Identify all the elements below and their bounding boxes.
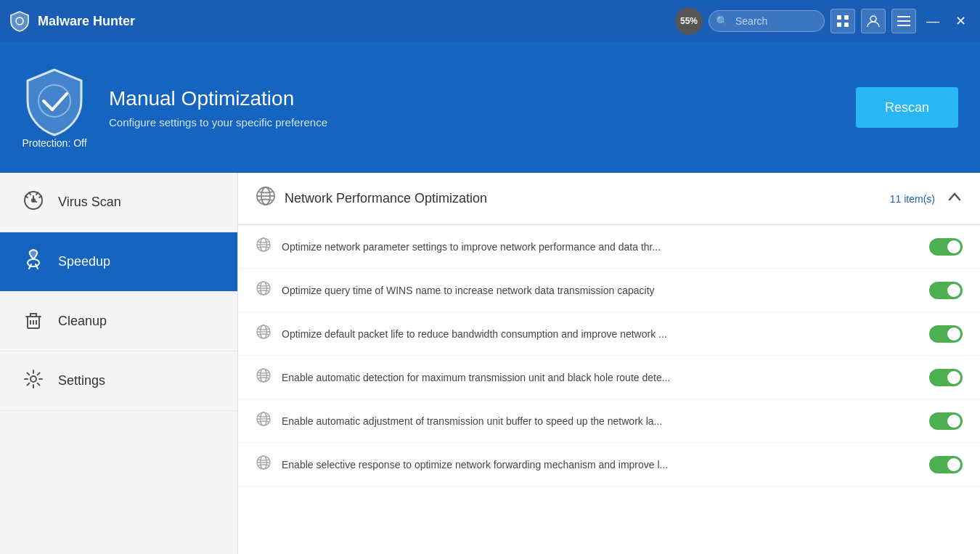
close-button[interactable]: ✕ bbox=[950, 10, 971, 32]
list-item: Enable automatic adjustment of transmiss… bbox=[238, 399, 980, 443]
speedup-label: Speedup bbox=[58, 254, 110, 269]
toggle-2[interactable] bbox=[929, 325, 963, 343]
list-item: Optimize default packet life to reduce b… bbox=[238, 312, 980, 356]
svg-point-14 bbox=[28, 259, 39, 266]
list-item-icon-2 bbox=[256, 324, 271, 343]
sidebar-item-virus-scan[interactable]: Virus Scan bbox=[0, 173, 237, 232]
sidebar-item-settings[interactable]: Settings bbox=[0, 351, 237, 411]
list-item-text-5: Enable selective response to optimize ne… bbox=[282, 459, 919, 471]
list-item-icon-4 bbox=[256, 411, 271, 431]
svg-rect-6 bbox=[897, 16, 910, 17]
toggle-track-3 bbox=[929, 369, 963, 386]
shield-container: Protection: Off bbox=[22, 66, 87, 149]
list-item-text-4: Enable automatic adjustment of transmiss… bbox=[282, 415, 919, 427]
sidebar: Virus Scan Speedup bbox=[0, 173, 238, 554]
settings-label: Settings bbox=[58, 373, 105, 388]
menu-icon-button[interactable] bbox=[891, 9, 916, 33]
protection-label: Protection: Off bbox=[22, 137, 86, 149]
toggle-thumb-2 bbox=[947, 327, 960, 341]
title-bar-controls: 55% 🔍 — ✕ bbox=[675, 7, 971, 35]
grid-icon-button[interactable] bbox=[830, 9, 855, 33]
percent-badge: 55% bbox=[675, 7, 703, 35]
toggle-track-5 bbox=[929, 456, 963, 473]
toggle-thumb-3 bbox=[947, 371, 960, 384]
sidebar-item-cleanup[interactable]: Cleanup bbox=[0, 292, 237, 351]
collapse-button[interactable] bbox=[947, 189, 963, 209]
virus-scan-icon bbox=[22, 189, 45, 216]
speedup-icon bbox=[22, 248, 45, 275]
list-item-icon-5 bbox=[256, 455, 271, 474]
list-item-icon-1 bbox=[256, 280, 271, 300]
list-item-text-3: Enable automatic detection for maximum t… bbox=[282, 372, 919, 383]
svg-rect-1 bbox=[837, 15, 841, 20]
list-item-text-1: Optimize query time of WINS name to incr… bbox=[282, 285, 919, 296]
toggle-1[interactable] bbox=[929, 282, 963, 299]
app-shield-icon bbox=[9, 10, 30, 32]
toggle-thumb-5 bbox=[947, 458, 960, 471]
svg-point-19 bbox=[30, 376, 36, 382]
toggle-5[interactable] bbox=[929, 456, 963, 473]
settings-icon bbox=[22, 367, 45, 394]
toggle-thumb-4 bbox=[947, 415, 960, 428]
svg-rect-3 bbox=[837, 23, 841, 27]
toggle-thumb-1 bbox=[947, 284, 960, 297]
section-count: 11 item(s) bbox=[890, 193, 935, 205]
app-logo: Malware Hunter bbox=[9, 10, 135, 32]
list-item: Optimize query time of WINS name to incr… bbox=[238, 269, 980, 312]
toggle-4[interactable] bbox=[929, 412, 963, 430]
shield-wrap bbox=[22, 66, 87, 131]
items-list: Optimize network parameter settings to i… bbox=[238, 225, 980, 554]
network-icon bbox=[256, 186, 276, 211]
header-section: Protection: Off Manual Optimization Conf… bbox=[0, 42, 980, 173]
hamburger-icon bbox=[897, 16, 910, 26]
user-icon bbox=[867, 15, 880, 28]
toggle-track-1 bbox=[929, 282, 963, 299]
grid-icon bbox=[836, 15, 849, 28]
svg-rect-2 bbox=[844, 15, 849, 20]
main-layout: Virus Scan Speedup bbox=[0, 173, 980, 554]
svg-rect-4 bbox=[844, 23, 849, 27]
content-area: Network Performance Optimization 11 item… bbox=[238, 173, 980, 554]
toggle-track-2 bbox=[929, 325, 963, 343]
toggle-thumb-0 bbox=[947, 240, 960, 253]
search-input[interactable] bbox=[709, 10, 825, 32]
list-item: Enable selective response to optimize ne… bbox=[238, 443, 980, 486]
title-bar: Malware Hunter 55% 🔍 bbox=[0, 0, 980, 42]
header-text: Manual Optimization Configure settings t… bbox=[109, 87, 834, 129]
svg-rect-7 bbox=[897, 20, 910, 22]
section-header: Network Performance Optimization 11 item… bbox=[238, 173, 980, 225]
minimize-button[interactable]: — bbox=[922, 10, 944, 32]
toggle-track-4 bbox=[929, 412, 963, 430]
search-wrapper: 🔍 bbox=[709, 10, 825, 32]
shield-icon bbox=[22, 66, 87, 139]
list-item: Enable automatic detection for maximum t… bbox=[238, 356, 980, 399]
cleanup-label: Cleanup bbox=[58, 314, 107, 329]
svg-rect-8 bbox=[897, 25, 910, 26]
header-title: Manual Optimization bbox=[109, 87, 834, 110]
list-item-text-2: Optimize default packet life to reduce b… bbox=[282, 328, 919, 340]
list-item-text-0: Optimize network parameter settings to i… bbox=[282, 241, 919, 253]
toggle-3[interactable] bbox=[929, 369, 963, 386]
svg-point-5 bbox=[870, 16, 876, 22]
toggle-track-0 bbox=[929, 238, 963, 256]
list-item-icon-0 bbox=[256, 237, 271, 256]
section-title: Network Performance Optimization bbox=[285, 191, 890, 206]
virus-scan-label: Virus Scan bbox=[58, 195, 121, 210]
app-name-label: Malware Hunter bbox=[38, 14, 135, 29]
list-item: Optimize network parameter settings to i… bbox=[238, 225, 980, 269]
svg-point-13 bbox=[32, 199, 35, 202]
list-item-icon-3 bbox=[256, 367, 271, 387]
toggle-0[interactable] bbox=[929, 238, 963, 256]
cleanup-icon bbox=[22, 308, 45, 335]
user-icon-button[interactable] bbox=[861, 9, 886, 33]
chevron-up-icon bbox=[947, 189, 963, 205]
rescan-button[interactable]: Rescan bbox=[856, 87, 958, 128]
header-subtitle: Configure settings to your specific pref… bbox=[109, 116, 834, 129]
sidebar-item-speedup[interactable]: Speedup bbox=[0, 232, 237, 292]
